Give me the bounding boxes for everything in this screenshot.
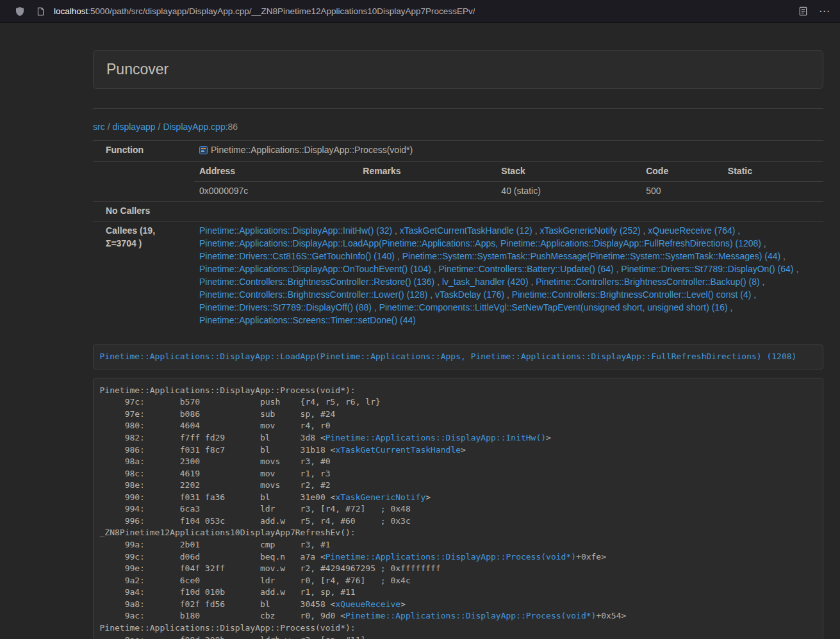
symbol-link[interactable]: xTaskGetCurrentTaskHandle [335,445,461,455]
url-path: :5000/path/src/displayapp/DisplayApp.cpp… [88,6,475,16]
callee-separator: , [760,277,765,287]
detail-value-row: 0x0000097c 40 (static) 500 [194,181,823,200]
asm-text: 990: f031 fa36 bl 31e00 < [100,492,336,502]
function-row: Function Pinetime::Applications::Display… [93,140,823,161]
stack-value: 40 (static) [496,181,641,200]
browser-toolbar: localhost:5000/path/src/displayapp/Displ… [0,0,840,23]
callee-separator: , [392,225,400,236]
asm-text: 9a4: f10d 010b add.w r1, sp, #11 [100,587,356,597]
breadcrumb-link-src[interactable]: src [93,122,105,132]
reader-mode-icon[interactable] [796,4,810,19]
asm-text: 99e: f04f 32ff mov.w r2, #4294967295 ; 0… [100,563,441,573]
asm-text: 98e: 2202 movs r2, #2 [100,480,331,490]
asm-text: 9ac: b180 cbz r0, 9d0 < [100,611,346,620]
callee-link[interactable]: xQueueReceive (764) [648,225,735,236]
asm-line: 97e: b086 sub sp, #24 [100,408,817,421]
callee-link[interactable]: Pinetime::Drivers::Cst816S::GetTouchInfo… [199,251,395,261]
callee-link[interactable]: Pinetime::System::SystemTask::PushMessag… [402,251,781,261]
symbol-link[interactable]: xQueueReceive [335,599,400,609]
asm-line: Pinetime::Applications::DisplayApp::Proc… [100,622,817,635]
detail-row-wrapper: Address Remarks Stack Code Static 0x0000… [93,161,823,201]
detail-table: Address Remarks Stack Code Static 0x0000… [194,162,823,201]
url-host: localhost [54,6,88,16]
remarks-value [358,181,496,200]
asm-text: _ZN8Pinetime12Applications10DisplayApp7R… [100,528,356,537]
breadcrumb-line-number: :86 [226,122,238,132]
callee-link[interactable]: Pinetime::Applications::DisplayApp::Init… [199,225,392,236]
symbol-link[interactable]: Pinetime::Applications::DisplayApp::Init… [325,433,546,442]
asm-text: 97e: b086 sub sp, #24 [100,409,336,419]
asm-text: > [400,599,406,609]
callee-link[interactable]: lv_task_handler (420) [442,277,529,287]
no-callers-row: No Callers [93,201,823,221]
column-header-address: Address [194,162,358,181]
asm-text: 986: f031 f8c7 bl 31b18 < [100,445,336,455]
asm-text: > [461,445,466,455]
page-title: Puncover [106,59,810,80]
page-container: Puncover src/displayapp/DisplayApp.cpp:8… [93,23,823,639]
callees-row: Callees (19, Σ=3704 ) Pinetime::Applicat… [93,221,823,330]
callee-separator: , [532,225,540,236]
page-info-icon[interactable] [33,4,47,19]
callee-link[interactable]: Pinetime::Components::LittleVgl::SetNewT… [379,302,728,312]
function-type-icon [199,145,208,158]
callee-separator: , [395,251,402,261]
callee-link[interactable]: Pinetime::Applications::Screens::Timer::… [199,315,416,325]
symbol-link[interactable]: Pinetime::Applications::DisplayApp::Proc… [345,611,596,620]
callee-link[interactable]: Pinetime::Drivers::St7789::DisplayOn() (… [621,264,793,274]
callee-link[interactable]: Pinetime::Drivers::St7789::DisplayOff() … [199,302,372,312]
asm-text: Pinetime::Applications::DisplayApp::Proc… [100,623,356,633]
asm-line: 99a: 2b01 cmp r3, #1 [100,539,817,551]
breadcrumb-link-file[interactable]: DisplayApp.cpp [163,122,225,132]
callee-link[interactable]: xTaskGenericNotify (252) [539,225,640,236]
symbol-link[interactable]: Pinetime::Applications::DisplayApp::Proc… [325,552,576,562]
callee-separator: , [529,277,536,287]
highlighted-symbol-link[interactable]: Pinetime::Applications::DisplayApp::Load… [100,352,797,361]
more-menu-icon[interactable]: ⋯ [816,6,832,17]
address-value: 0x0000097c [194,181,358,200]
asm-text: 9a8: f02f fd56 bl 30458 < [100,599,336,609]
callee-link[interactable]: Pinetime::Controllers::BrightnessControl… [199,289,427,300]
disassembly-panel: Pinetime::Applications::DisplayApp::Proc… [93,378,823,639]
url-text: localhost:5000/path/src/displayapp/Displ… [54,6,475,16]
callee-link[interactable]: Pinetime::Controllers::BrightnessControl… [199,277,434,287]
callee-separator: , [372,302,379,312]
column-header-code: Code [641,162,723,181]
callee-separator: , [504,289,512,300]
address-bar[interactable]: localhost:5000/path/src/displayapp/Displ… [54,6,789,16]
callee-separator: , [761,238,766,248]
asm-line: 99c: d06d beq.n a7a <Pinetime::Applicati… [100,551,817,563]
asm-line: 990: f031 fa36 bl 31e00 <xTaskGenericNot… [100,492,817,504]
callee-link[interactable]: vTaskDelay (176) [435,289,504,300]
callee-link[interactable]: Pinetime::Controllers::BrightnessControl… [512,289,751,300]
callee-link[interactable]: Pinetime::Controllers::Battery::Update()… [439,264,614,274]
symbol-link[interactable]: xTaskGenericNotify [335,492,425,502]
asm-text: > [546,433,551,442]
callee-link[interactable]: xTaskGetCurrentTaskHandle (12) [400,225,532,236]
static-value [723,181,823,200]
asm-text: +0x54> [596,611,626,620]
code-value: 500 [641,181,723,200]
asm-line: Pinetime::Applications::DisplayApp::Proc… [100,385,817,397]
asm-text: 996: f104 053c add.w r5, r4, #60 ; 0x3c [100,516,411,526]
asm-text: +0xfe> [576,552,606,562]
app-header: Puncover [93,50,823,89]
asm-text: 982: f7ff fd29 bl 3d8 < [100,433,325,442]
callee-link[interactable]: Pinetime::Applications::DisplayApp::OnTo… [199,264,431,274]
asm-line: 996: f104 053c add.w r5, r4, #60 ; 0x3c [100,515,817,528]
callee-separator: , [794,264,799,274]
callee-separator: , [780,251,786,261]
breadcrumb-link-displayapp[interactable]: displayapp [113,122,156,132]
callee-link[interactable]: Pinetime::Applications::DisplayApp::Load… [199,238,761,248]
shield-icon[interactable] [13,4,27,19]
asm-line: 97c: b570 push {r4, r5, r6, lr} [100,396,817,408]
asm-text: 99a: 2b01 cmp r3, #1 [100,540,331,549]
callee-separator: , [641,225,648,236]
callee-link[interactable]: Pinetime::Controllers::BrightnessControl… [536,277,759,287]
asm-line: 98e: 2202 movs r2, #2 [100,480,817,492]
callee-separator: , [427,289,435,300]
function-row-label: Function [93,140,186,161]
callee-separator: , [614,264,622,274]
asm-line: 9a4: f10d 010b add.w r1, sp, #11 [100,586,817,599]
asm-text: 97c: b570 push {r4, r5, r6, lr} [100,397,381,407]
